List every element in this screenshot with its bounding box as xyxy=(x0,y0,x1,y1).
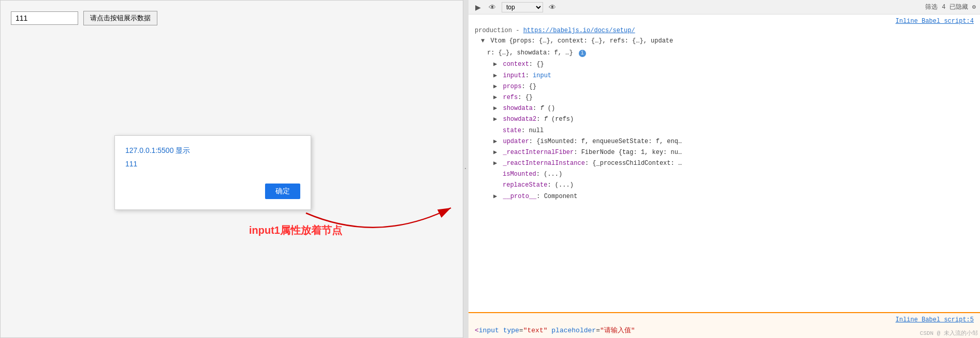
tag-name: input xyxy=(479,327,499,334)
placeholder-attr: placeholder xyxy=(551,327,596,334)
prop-state: state: null xyxy=(469,125,980,136)
app-panel: 请点击按钮展示数据 127.0.0.1:5500 显示 111 确定 input… xyxy=(0,0,463,338)
devtools-panel: ▶ 👁 top 👁 筛选 4 已隐藏 ⚙ Inline Babel script… xyxy=(469,0,980,338)
triangle-icon[interactable]: ▶ xyxy=(493,149,497,156)
toolbar-right: 筛选 4 已隐藏 ⚙ xyxy=(925,3,976,11)
eye-filter-icon[interactable]: 👁 xyxy=(547,2,558,12)
equals: = xyxy=(519,327,523,334)
triangle-icon[interactable]: ▶ xyxy=(493,160,497,167)
equals2: = xyxy=(596,327,600,334)
vtom-text: Vtom {props: {…}, context: {…}, refs: {…… xyxy=(490,37,673,45)
prop-context: ▶ context: {} xyxy=(469,59,980,70)
triangle-icon[interactable]: ▶ xyxy=(493,61,497,68)
prop-replace-state: replaceState: (...) xyxy=(469,180,980,191)
vtom-object-line: ▼ Vtom {props: {…}, context: {…}, refs: … xyxy=(469,35,980,47)
type-value: "text" xyxy=(523,327,548,334)
play-icon[interactable]: ▶ xyxy=(473,2,483,12)
prop-refs: ▶ refs: {} xyxy=(469,92,980,103)
prop-react-instance: ▶ _reactInternalInstance: {_processChild… xyxy=(469,158,980,169)
devtools-bottom-section: Inline Babel script:5 <input type="text"… xyxy=(469,312,980,338)
bottom-code-line: <input type="text" placeholder="请输入值" xyxy=(475,326,974,335)
gear-icon[interactable]: ⚙ xyxy=(972,3,976,11)
script-ref-1: Inline Babel script:4 xyxy=(469,17,980,26)
babel-link[interactable]: https://babeljs.io/docs/setup/ xyxy=(523,27,635,34)
triangle-icon[interactable]: ▶ xyxy=(493,105,497,112)
show-data-button[interactable]: 请点击按钮展示数据 xyxy=(83,11,157,25)
production-text: production - xyxy=(475,27,523,34)
context-selector[interactable]: top xyxy=(502,2,543,12)
dialog-value: 111 xyxy=(125,160,300,168)
type-attr: type xyxy=(503,327,519,334)
prop-showdata2: ▶ showdata2: f (refs) xyxy=(469,114,980,125)
filter-label: 筛选 xyxy=(925,3,938,11)
vtom-text-2: r: {…}, showdata: f, …} xyxy=(487,49,573,57)
eye-icon[interactable]: 👁 xyxy=(487,2,498,12)
production-line: production - https://babeljs.io/docs/set… xyxy=(469,26,980,35)
devtools-content: Inline Babel script:4 production - https… xyxy=(469,15,980,312)
annotation-arrow xyxy=(275,203,466,265)
script-ref-2: Inline Babel script:5 xyxy=(475,316,974,323)
prop-updater: ▶ updater: {isMounted: f, enqueueSetStat… xyxy=(469,136,980,147)
triangle-icon[interactable]: ▶ xyxy=(493,94,497,101)
dialog-box: 127.0.0.1:5500 显示 111 确定 xyxy=(114,135,311,210)
tag-open: < xyxy=(475,327,479,334)
prop-showdata: ▶ showdata: f () xyxy=(469,103,980,114)
watermark: CSDN @ 未入流的小邹 xyxy=(920,329,978,337)
triangle-icon[interactable]: ▶ xyxy=(493,83,497,90)
triangle-icon[interactable]: ▶ xyxy=(493,72,497,79)
prop-react-fiber: ▶ _reactInternalFiber: FiberNode {tag: 1… xyxy=(469,147,980,158)
app-toolbar: 请点击按钮展示数据 xyxy=(11,11,452,25)
prop-is-mounted: isMounted: (...) xyxy=(469,169,980,180)
placeholder-value: "请输入值" xyxy=(600,327,635,334)
triangle-icon[interactable]: ▶ xyxy=(493,116,497,123)
dialog-confirm-button[interactable]: 确定 xyxy=(265,184,300,199)
panel-separator: ⋮ xyxy=(463,0,469,338)
prop-props: ▶ props: {} xyxy=(469,81,980,92)
vtom-object-line-2: r: {…}, showdata: f, …} i xyxy=(469,47,980,59)
hidden-count: 4 已隐藏 xyxy=(942,3,968,11)
info-icon[interactable]: i xyxy=(579,50,586,57)
triangle-icon[interactable]: ▶ xyxy=(493,138,497,145)
prop-input1: ▶ input1: input xyxy=(469,71,980,81)
dialog-server-text: 127.0.0.1:5500 显示 xyxy=(125,146,300,156)
triangle-icon[interactable]: ▶ xyxy=(493,193,497,200)
devtools-toolbar: ▶ 👁 top 👁 筛选 4 已隐藏 ⚙ xyxy=(469,0,980,15)
app-text-input[interactable] xyxy=(11,11,78,25)
triangle-down-icon[interactable]: ▼ xyxy=(481,36,485,46)
prop-proto: ▶ __proto__: Component xyxy=(469,191,980,202)
